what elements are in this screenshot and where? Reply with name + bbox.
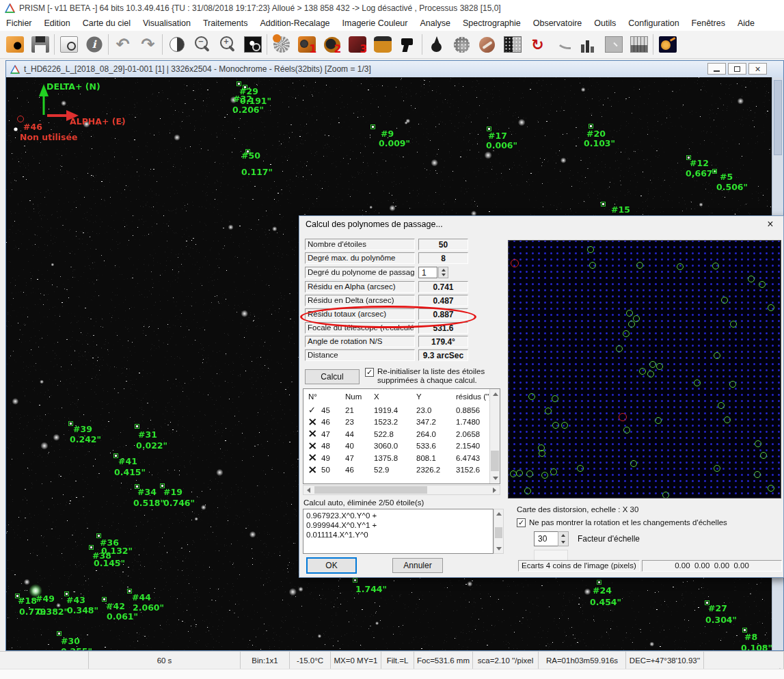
dialog-title: Calcul des polynomes de passage...	[306, 219, 443, 229]
hide-rotation-checkbox[interactable]: ✓	[517, 518, 526, 527]
dome-gear-glyph	[659, 36, 677, 53]
histogram-3d-icon[interactable]	[576, 32, 601, 57]
dome-gear-icon[interactable]	[655, 32, 680, 57]
star-label: Non utilisée	[20, 132, 77, 142]
status-segment-3: -15.0°C	[290, 652, 331, 669]
focus-gear-icon[interactable]	[269, 32, 294, 57]
table-row-47[interactable]: ×4744522.8264.02.0658	[303, 428, 500, 440]
undo-icon[interactable]	[110, 32, 135, 57]
tools-wrench-icon[interactable]	[474, 32, 500, 57]
table-vertical-scrollbar[interactable]	[489, 389, 500, 483]
contrast-glyph	[170, 37, 185, 52]
star-label: 0.304"	[705, 615, 737, 625]
table-row-50[interactable]: ×504652.92326.23152.6	[303, 464, 500, 477]
camera-2-icon[interactable]	[319, 32, 344, 57]
menu-imagerie-couleur[interactable]: Imagerie Couleur	[336, 18, 414, 28]
table-row-46[interactable]: ×46231523.2347.21.7480	[303, 416, 500, 429]
scroll-up-arrow[interactable]	[490, 389, 500, 399]
menu-observatoire[interactable]: Observatoire	[527, 18, 589, 28]
redo-icon[interactable]	[135, 32, 161, 57]
blink-compare-icon[interactable]	[500, 32, 525, 57]
cell-x: 52.9	[374, 466, 416, 474]
scroll-up-arrow[interactable]	[494, 509, 503, 518]
menu-traitements[interactable]: Traitements	[197, 18, 254, 28]
zoom-out-icon[interactable]	[189, 32, 215, 57]
photometry-drop-icon[interactable]	[424, 32, 449, 57]
cell-mark-n: ×50	[308, 465, 345, 475]
distortion-star-circle	[561, 422, 568, 429]
star-label: #44	[132, 592, 151, 602]
save-icon[interactable]	[27, 32, 53, 57]
info-glyph	[85, 36, 103, 53]
polynomial-line: 0.011114.X^1.Y^0	[306, 530, 482, 540]
scrollbar-thumb[interactable]	[314, 486, 427, 494]
ok-button[interactable]: OK	[306, 557, 357, 574]
star-label: 0.145"	[94, 558, 125, 568]
scroll-right-arrow[interactable]	[489, 485, 500, 494]
polynomial-textarea[interactable]: 0.967923.X^0.Y^0 +0.999944.X^0.Y^1 +0.01…	[303, 509, 494, 554]
dialog-title-bar[interactable]: Calcul des polynomes de passage...	[299, 216, 783, 232]
camera-3-icon[interactable]	[344, 32, 370, 57]
spinner-down-icon[interactable]	[439, 273, 448, 278]
scale-factor-value[interactable]: 30	[534, 531, 558, 546]
menu-carte-du-ciel[interactable]: Carte du ciel	[77, 18, 137, 28]
distortion-star-circle	[647, 371, 654, 377]
menu-edition[interactable]: Edition	[38, 18, 77, 28]
camera-1-icon[interactable]	[294, 32, 319, 57]
menu-configuration[interactable]: Configuration	[622, 18, 685, 28]
menu-spectrographie[interactable]: Spectrographie	[457, 18, 527, 28]
flat-panel-icon[interactable]	[601, 32, 626, 57]
scroll-down-arrow[interactable]	[490, 473, 500, 483]
menu-addition-recalage[interactable]: Addition-Recalage	[254, 18, 336, 28]
auto-stretch-icon[interactable]	[240, 32, 265, 57]
image-info-icon[interactable]	[56, 32, 81, 57]
menu-aide[interactable]: Aide	[731, 18, 761, 28]
degree-spinner-value[interactable]: 1	[418, 267, 437, 278]
spinner-up-icon[interactable]	[439, 267, 448, 273]
minimize-button[interactable]	[707, 63, 726, 75]
cancel-button[interactable]: Annuler	[392, 558, 443, 573]
distortion-star-circle	[655, 417, 662, 424]
image-window-title-bar[interactable]: t_HD6226_L_[2018_08_29]-01-001 [1] | 332…	[6, 61, 783, 77]
table-row-48[interactable]: ×48403060.0533.62.1540	[303, 440, 500, 453]
open-image-icon[interactable]	[2, 32, 27, 57]
menu-fichier[interactable]: Fichier	[0, 18, 38, 28]
menu-visualisation[interactable]: Visualisation	[137, 18, 197, 28]
scroll-down-arrow[interactable]	[494, 544, 503, 553]
table-row-49[interactable]: ×49471375.8808.16.4743	[303, 452, 500, 464]
growth-curve-icon[interactable]	[550, 32, 576, 57]
blink-compare-glyph	[504, 36, 522, 53]
ccd-lens-icon[interactable]	[370, 32, 395, 57]
contrast-icon[interactable]	[164, 32, 189, 57]
app-title-bar[interactable]: PRISM [- v11 BETA -] 64 bits 10.3.49.416…	[0, 0, 784, 16]
spinner-down-icon[interactable]	[558, 539, 568, 546]
spectro-profile-icon[interactable]	[626, 32, 651, 57]
spinner-up-icon[interactable]	[558, 532, 568, 539]
restore-button[interactable]	[728, 63, 746, 75]
cell-x: 522.8	[374, 430, 416, 438]
menu-fen-tres[interactable]: Fenêtres	[686, 18, 731, 28]
close-window-button[interactable]: ×	[748, 63, 767, 75]
zoom-in-icon[interactable]	[215, 32, 240, 57]
calcul-button[interactable]: Calcul	[305, 369, 360, 384]
scroll-left-arrow[interactable]	[303, 485, 314, 494]
star-sphere-icon[interactable]	[449, 32, 474, 57]
save-glyph	[31, 36, 49, 53]
scrollbar-thumb[interactable]	[774, 80, 782, 155]
camera-3-glyph	[349, 36, 366, 53]
autoguider-icon[interactable]	[395, 32, 420, 57]
scrollbar-thumb[interactable]	[491, 451, 499, 471]
auto-stretch-glyph	[244, 36, 262, 53]
polynomial-scrollbar[interactable]	[494, 509, 504, 554]
dialog-close-button[interactable]: ×	[761, 217, 780, 230]
scrollbar-thumb[interactable]	[495, 527, 502, 538]
distortion-star-circle	[694, 380, 701, 386]
menu-outils[interactable]: Outils	[588, 18, 622, 28]
reinit-checkbox[interactable]: ✓	[365, 368, 374, 377]
derotate-icon[interactable]	[525, 32, 550, 57]
table-row-45[interactable]: ✓45211919.423.00.8856	[303, 404, 500, 416]
cross-mark-icon: ×	[308, 441, 318, 451]
info-icon[interactable]	[81, 32, 107, 57]
menu-analyse[interactable]: Analyse	[414, 18, 456, 28]
table-horizontal-scrollbar[interactable]	[303, 485, 500, 495]
